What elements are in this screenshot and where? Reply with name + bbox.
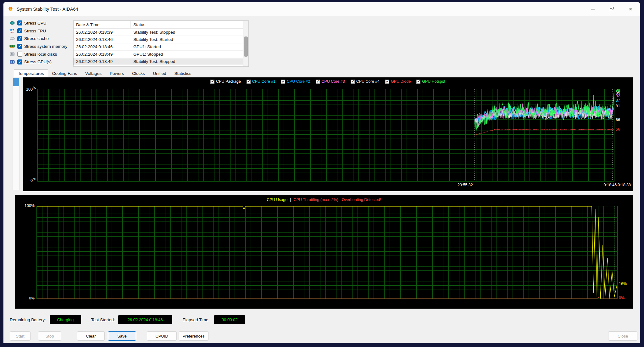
- legend-item-cpu-core-1: CPU Core #1: [247, 79, 275, 84]
- test-started-label: Test Started:: [91, 317, 115, 322]
- log-row[interactable]: 26.02.2024 0:18:46 GPU1: Started: [74, 43, 243, 51]
- minimize-button[interactable]: [583, 2, 602, 16]
- restore-icon: [610, 8, 613, 11]
- titlebar: System Stability Test - AIDA64: [3, 2, 640, 16]
- temperature-legend: CPU Package CPU Core #1 CPU Core #2 CPU …: [23, 79, 633, 84]
- usage-y-max-label: 100%: [15, 204, 35, 208]
- legend-checkbox[interactable]: [210, 80, 214, 84]
- cpu-usage-series: [37, 206, 617, 299]
- test-started-value-box: 26.02.2024 0:18:46: [118, 315, 172, 324]
- temp-x-label-mid: 23:55:32: [458, 183, 473, 187]
- legend-item-cpu-package: CPU Package: [210, 79, 241, 84]
- clear-button[interactable]: Clear: [77, 331, 105, 341]
- legend-checkbox[interactable]: [281, 80, 285, 84]
- restore-button[interactable]: [602, 2, 621, 16]
- fpu-icon: 123: [9, 28, 15, 33]
- elapsed-time-value-box: 00:00:02: [214, 315, 245, 324]
- usage-current-value: 16%: [619, 282, 627, 286]
- log-scrollbar[interactable]: [243, 21, 248, 66]
- cpuid-button[interactable]: CPUID: [147, 331, 177, 341]
- column-header-datetime[interactable]: Date & Time: [74, 21, 131, 28]
- legend-checkbox[interactable]: [416, 80, 420, 84]
- stress-memory-checkbox[interactable]: [17, 44, 22, 49]
- chart-scale-slider-thumb[interactable]: [13, 78, 19, 86]
- log-table-header: Date & Time Status: [74, 21, 248, 29]
- usage-current-values: 16% 0%: [619, 206, 633, 299]
- stress-options-panel: Stress CPU 123 Stress FPU Stress cache S…: [9, 19, 72, 66]
- stress-cache-checkbox[interactable]: [17, 36, 22, 41]
- temperature-series: [38, 89, 614, 181]
- legend-item-gpu-diode: GPU Diode: [385, 79, 411, 84]
- stress-disks-checkbox[interactable]: [17, 52, 22, 57]
- tab-temperatures[interactable]: Temperatures: [14, 70, 48, 77]
- tab-statistics[interactable]: Statistics: [170, 70, 195, 77]
- tab-powers[interactable]: Powers: [106, 70, 128, 77]
- tab-clocks[interactable]: Clocks: [128, 70, 149, 77]
- chart-scale-slider[interactable]: [13, 78, 19, 190]
- cpu-icon: [9, 20, 15, 25]
- event-log-table: Date & Time Status 26.02.2024 0:18:39 St…: [73, 20, 249, 67]
- cpu-usage-legend: CPU Usage | CPU Throttling (max: 2%) - O…: [15, 198, 633, 202]
- legend-checkbox[interactable]: [351, 80, 355, 84]
- legend-item-gpu-hotspot: GPU Hotspot: [416, 79, 445, 84]
- stress-gpu-checkbox[interactable]: [17, 59, 22, 64]
- tab-unified[interactable]: Unified: [149, 70, 170, 77]
- throttle-current-value: 0%: [619, 296, 625, 300]
- stress-option-disks[interactable]: Stress local disks: [9, 50, 72, 58]
- stop-button[interactable]: Stop: [38, 331, 61, 341]
- temp-current-value: 81: [616, 104, 620, 108]
- log-row[interactable]: 26.02.2024 0:18:49 GPU1: Stopped: [74, 51, 243, 58]
- tab-voltages[interactable]: Voltages: [81, 70, 106, 77]
- caption-buttons: [583, 2, 640, 16]
- preferences-button[interactable]: Preferences: [179, 331, 208, 341]
- disk-icon: [9, 52, 15, 57]
- stress-option-memory[interactable]: Stress system memory: [9, 42, 72, 50]
- log-row[interactable]: 26.02.2024 0:18:49 Stability Test: Stopp…: [74, 58, 243, 65]
- legend-item-cpu-core-4: CPU Core #4: [351, 79, 380, 84]
- temperature-chart-panel: CPU Package CPU Core #1 CPU Core #2 CPU …: [23, 77, 633, 191]
- usage-y-min-label: 0%: [15, 296, 35, 300]
- temp-x-labels-right: 0:18:46 0:18:38: [604, 183, 631, 187]
- cpu-usage-plot: [36, 206, 618, 299]
- svg-text:123: 123: [9, 29, 14, 32]
- log-row[interactable]: 26.02.2024 0:18:46 Stability Test: Start…: [74, 36, 243, 43]
- temp-y-max-label: 100°C: [23, 86, 36, 92]
- legend-checkbox[interactable]: [385, 80, 389, 84]
- cpu-throttling-warning: CPU Throttling (max: 2%) - Overheating D…: [293, 198, 381, 202]
- system-stability-test-window: System Stability Test - AIDA64 Stress CP…: [3, 2, 640, 343]
- temp-current-value: 66: [616, 118, 620, 122]
- log-row[interactable]: 26.02.2024 0:18:39 Stability Test: Stopp…: [74, 29, 243, 36]
- close-button[interactable]: Close: [608, 331, 637, 341]
- battery-label: Remaining Battery:: [10, 317, 46, 322]
- start-button[interactable]: Start: [10, 331, 31, 341]
- temperature-plot: [37, 89, 614, 182]
- stress-option-cache[interactable]: Stress cache: [9, 35, 72, 42]
- cpu-usage-label: CPU Usage: [267, 198, 287, 202]
- tab-cooling-fans[interactable]: Cooling Fans: [48, 70, 81, 77]
- close-window-button[interactable]: [621, 2, 640, 16]
- close-icon: [629, 6, 632, 12]
- cache-icon: [9, 36, 15, 41]
- stress-cpu-checkbox[interactable]: [17, 20, 22, 25]
- stress-option-fpu[interactable]: 123 Stress FPU: [9, 27, 72, 35]
- cpu-usage-chart-panel: CPU Usage | CPU Throttling (max: 2%) - O…: [15, 195, 633, 309]
- column-header-status[interactable]: Status: [131, 22, 248, 27]
- legend-item-cpu-core-2: CPU Core #2: [281, 79, 310, 84]
- stress-fpu-checkbox[interactable]: [17, 28, 22, 33]
- legend-checkbox[interactable]: [247, 80, 251, 84]
- temp-current-value: 92: [616, 94, 620, 98]
- temp-current-value: 87: [616, 98, 620, 103]
- stress-option-cpu[interactable]: Stress CPU: [9, 19, 72, 27]
- minimize-icon: [591, 9, 595, 9]
- temp-y-min-label: 0°C: [23, 177, 36, 183]
- legend-separator: |: [290, 198, 291, 202]
- elapsed-time-label: Elapsed Time:: [183, 317, 210, 322]
- save-button[interactable]: Save: [108, 331, 136, 341]
- memory-icon: [9, 44, 15, 49]
- stress-option-gpu[interactable]: Stress GPU(s): [9, 58, 72, 66]
- log-scrollbar-thumb[interactable]: [244, 36, 248, 57]
- legend-item-cpu-core-3: CPU Core #3: [316, 79, 345, 84]
- legend-checkbox[interactable]: [316, 80, 320, 84]
- app-flame-icon: [8, 5, 14, 13]
- temp-current-values: 98 95 92 87 81 66 56: [616, 89, 632, 182]
